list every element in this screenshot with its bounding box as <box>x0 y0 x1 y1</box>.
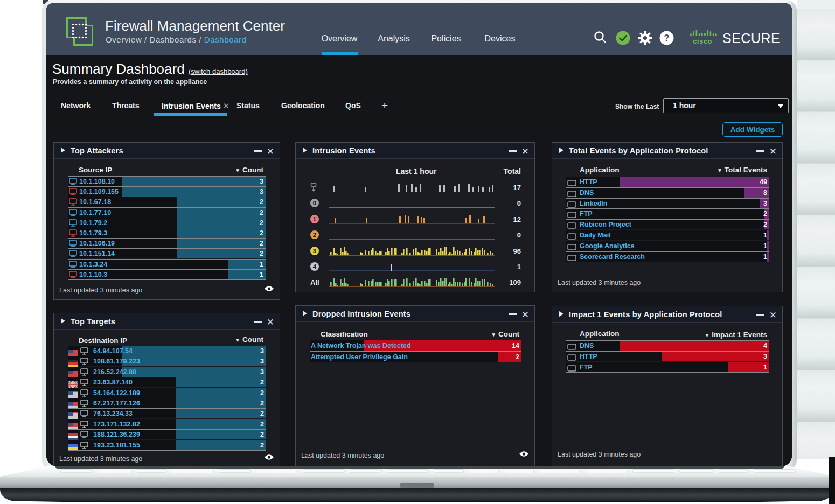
svg-text:0: 0 <box>313 200 316 206</box>
svg-text:?: ? <box>664 33 670 43</box>
svg-text:cisco: cisco <box>693 37 712 45</box>
svg-text:2: 2 <box>313 232 316 238</box>
svg-text:4: 4 <box>313 263 317 270</box>
svg-text:3: 3 <box>313 248 316 254</box>
svg-text:1: 1 <box>313 216 317 222</box>
